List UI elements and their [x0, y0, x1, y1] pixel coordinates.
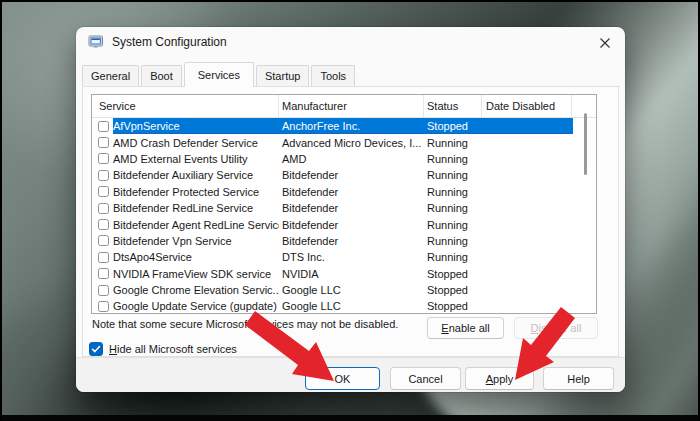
- hide-microsoft-services-label: Hide all Microsoft services: [109, 343, 237, 355]
- service-name: Bitdefender Protected Service: [113, 186, 279, 198]
- service-row[interactable]: AMD External Events Utility AMD Running: [92, 151, 596, 167]
- service-checkbox[interactable]: [98, 285, 109, 296]
- note-text: Note that some secure Microsoft services…: [92, 318, 422, 330]
- service-checkbox-cell: [92, 153, 113, 164]
- service-checkbox[interactable]: [98, 121, 109, 132]
- help-button[interactable]: Help: [543, 367, 614, 390]
- service-row[interactable]: DtsApo4Service DTS Inc. Running: [92, 249, 596, 265]
- column-header-date-disabled[interactable]: Date Disabled: [482, 95, 572, 117]
- service-checkbox-cell: [92, 186, 113, 197]
- enable-all-button[interactable]: Enable all: [427, 317, 504, 339]
- service-checkbox[interactable]: [98, 268, 109, 279]
- service-name: Google Update Service (gupdate): [113, 300, 279, 312]
- ok-button[interactable]: OK: [305, 367, 380, 390]
- service-checkbox-cell: [92, 235, 113, 246]
- service-checkbox[interactable]: [98, 252, 109, 263]
- service-row[interactable]: Google Update Service (gupdate) Google L…: [92, 298, 596, 314]
- window-title: System Configuration: [112, 27, 227, 57]
- service-manufacturer: AnchorFree Inc.: [279, 120, 424, 132]
- service-name: Bitdefender Agent RedLine Service: [113, 219, 279, 231]
- service-checkbox[interactable]: [98, 170, 109, 181]
- service-name: Bitdefender RedLine Service: [113, 202, 279, 214]
- dialog-footer: OK Cancel Apply Help: [76, 357, 625, 392]
- service-checkbox-cell: [92, 170, 113, 181]
- service-checkbox-cell: [92, 301, 113, 312]
- checkmark-icon: [91, 344, 101, 354]
- service-name: AMD External Events Utility: [113, 153, 279, 165]
- service-manufacturer: Bitdefender: [279, 219, 424, 231]
- service-name: NVIDIA FrameView SDK service: [113, 268, 279, 280]
- service-manufacturer: Bitdefender: [279, 235, 424, 247]
- service-status: Running: [424, 186, 482, 198]
- service-checkbox[interactable]: [98, 153, 109, 164]
- service-manufacturer: Bitdefender: [279, 169, 424, 181]
- tab-startup[interactable]: Startup: [256, 65, 309, 86]
- tab-services[interactable]: Services: [184, 62, 254, 87]
- service-row[interactable]: Bitdefender RedLine Service Bitdefender …: [92, 200, 596, 216]
- service-manufacturer: AMD: [279, 153, 424, 165]
- service-manufacturer: Bitdefender: [279, 202, 424, 214]
- close-icon: [599, 37, 611, 49]
- service-checkbox[interactable]: [98, 186, 109, 197]
- service-checkbox-cell: [92, 137, 113, 148]
- service-checkbox-cell: [92, 121, 113, 132]
- desktop-background: System Configuration General Boot Servic…: [0, 0, 700, 421]
- titlebar: System Configuration: [76, 27, 625, 57]
- service-row[interactable]: AfVpnService AnchorFree Inc. Stopped: [92, 118, 596, 134]
- services-list[interactable]: Service Manufacturer Status Date Disable…: [91, 94, 597, 314]
- service-status: Running: [424, 169, 482, 181]
- cancel-button[interactable]: Cancel: [390, 367, 461, 390]
- service-checkbox-cell: [92, 285, 113, 296]
- service-name: AfVpnService: [113, 120, 279, 132]
- tab-boot[interactable]: Boot: [141, 65, 182, 86]
- checkbox-checked-icon: [89, 342, 103, 356]
- service-manufacturer: Advanced Micro Devices, I...: [279, 137, 424, 149]
- service-manufacturer: NVIDIA: [279, 268, 424, 280]
- service-manufacturer: Google LLC: [279, 300, 424, 312]
- service-checkbox[interactable]: [98, 203, 109, 214]
- scrollbar-thumb[interactable]: [584, 113, 587, 175]
- service-row[interactable]: Bitdefender Vpn Service Bitdefender Runn…: [92, 233, 596, 249]
- hide-microsoft-services-checkbox[interactable]: Hide all Microsoft services: [89, 342, 237, 356]
- service-checkbox-cell: [92, 203, 113, 214]
- services-tab-page: Service Manufacturer Status Date Disable…: [82, 86, 619, 357]
- column-header-service[interactable]: Service: [92, 95, 279, 117]
- service-row[interactable]: Bitdefender Protected Service Bitdefende…: [92, 184, 596, 200]
- service-checkbox[interactable]: [98, 235, 109, 246]
- service-status: Running: [424, 137, 482, 149]
- service-manufacturer: Google LLC: [279, 284, 424, 296]
- service-row[interactable]: Google Chrome Elevation Servic... Google…: [92, 282, 596, 298]
- system-configuration-dialog: System Configuration General Boot Servic…: [76, 27, 625, 392]
- service-status: Stopped: [424, 268, 482, 280]
- service-status: Running: [424, 202, 482, 214]
- tab-general[interactable]: General: [82, 65, 139, 86]
- service-manufacturer: Bitdefender: [279, 186, 424, 198]
- service-status: Running: [424, 153, 482, 165]
- service-manufacturer: DTS Inc.: [279, 251, 424, 263]
- disable-all-button[interactable]: Disable all: [514, 317, 598, 339]
- service-name: Bitdefender Vpn Service: [113, 235, 279, 247]
- service-row[interactable]: Bitdefender Auxiliary Service Bitdefende…: [92, 167, 596, 183]
- column-header-manufacturer[interactable]: Manufacturer: [279, 95, 424, 117]
- service-status: Running: [424, 219, 482, 231]
- column-header-status[interactable]: Status: [424, 95, 482, 117]
- service-status: Stopped: [424, 284, 482, 296]
- service-row[interactable]: Bitdefender Agent RedLine Service Bitdef…: [92, 216, 596, 232]
- service-status: Running: [424, 251, 482, 263]
- service-status: Stopped: [424, 300, 482, 312]
- service-row[interactable]: AMD Crash Defender Service Advanced Micr…: [92, 134, 596, 150]
- tab-strip: General Boot Services Startup Tools: [82, 60, 357, 86]
- service-checkbox-cell: [92, 268, 113, 279]
- close-button[interactable]: [595, 33, 615, 53]
- service-checkbox-cell: [92, 219, 113, 230]
- service-row[interactable]: NVIDIA FrameView SDK service NVIDIA Stop…: [92, 266, 596, 282]
- apply-button[interactable]: Apply: [465, 367, 534, 390]
- services-list-header: Service Manufacturer Status Date Disable…: [92, 95, 596, 118]
- service-checkbox[interactable]: [98, 301, 109, 312]
- service-name: DtsApo4Service: [113, 251, 279, 263]
- service-name: Bitdefender Auxiliary Service: [113, 169, 279, 181]
- service-status: Stopped: [424, 120, 482, 132]
- tab-tools[interactable]: Tools: [311, 65, 355, 86]
- service-checkbox[interactable]: [98, 219, 109, 230]
- service-checkbox[interactable]: [98, 137, 109, 148]
